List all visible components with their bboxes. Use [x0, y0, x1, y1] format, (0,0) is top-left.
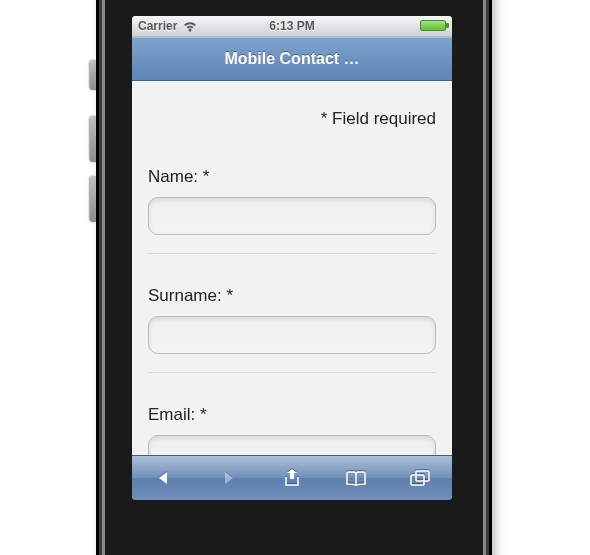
required-marker: *	[203, 167, 210, 186]
required-note: * Field required	[148, 81, 436, 159]
page-title: Mobile Contact …	[224, 50, 359, 68]
tabs-icon[interactable]	[408, 466, 432, 490]
volume-down-button	[90, 176, 96, 222]
clock: 6:13 PM	[269, 19, 314, 33]
required-marker: *	[226, 286, 233, 305]
share-icon[interactable]	[280, 466, 304, 490]
svg-point-0	[189, 28, 192, 31]
screen: Carrier 6:13 PM Mobile Contact … * Field…	[132, 16, 452, 500]
device-iphone: Carrier 6:13 PM Mobile Contact … * Field…	[96, 0, 492, 555]
page-header: Mobile Contact …	[132, 37, 452, 81]
required-marker: *	[200, 405, 207, 424]
carrier-label: Carrier	[132, 19, 177, 33]
bookmarks-icon[interactable]	[344, 466, 368, 490]
mute-switch	[90, 60, 96, 90]
status-bar: Carrier 6:13 PM	[132, 16, 452, 37]
forward-icon[interactable]	[216, 466, 240, 490]
label-surname: Surname: *	[148, 286, 233, 305]
form-content: * Field required Name: * Surname: *	[132, 81, 452, 459]
field-surname: Surname: *	[148, 278, 436, 373]
svg-rect-1	[411, 475, 424, 485]
input-name[interactable]	[148, 197, 436, 235]
browser-toolbar	[132, 455, 452, 500]
wifi-icon	[183, 21, 197, 32]
input-surname[interactable]	[148, 316, 436, 354]
battery-icon	[420, 20, 446, 31]
back-icon[interactable]	[152, 466, 176, 490]
field-email: Email: *	[148, 397, 436, 459]
field-name: Name: *	[148, 159, 436, 254]
volume-up-button	[90, 116, 96, 162]
svg-rect-2	[416, 471, 429, 481]
label-email: Email: *	[148, 405, 207, 424]
label-name: Name: *	[148, 167, 209, 186]
